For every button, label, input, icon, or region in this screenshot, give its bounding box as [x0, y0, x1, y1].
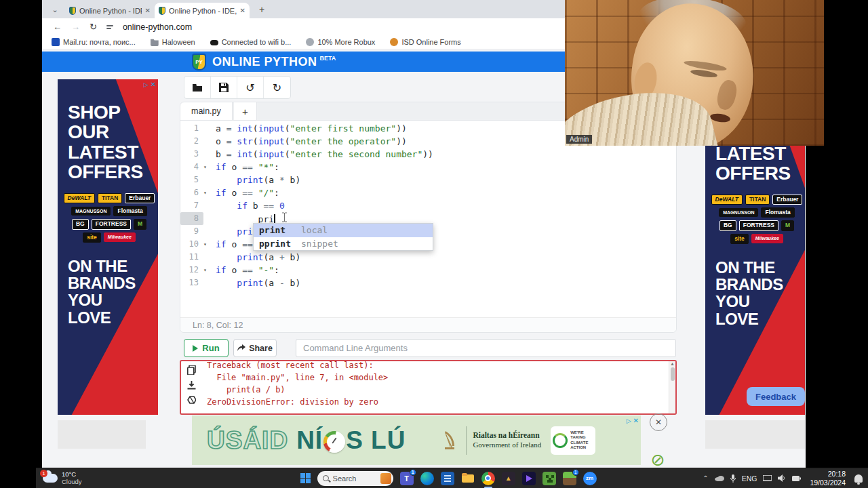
banner-report-icon[interactable]: ⊘: [649, 451, 667, 469]
clear-output-icon[interactable]: [187, 396, 196, 404]
browser-tab[interactable]: Online Python - IDE, Editor, Co✕: [155, 3, 250, 18]
new-tab-button[interactable]: +: [255, 3, 269, 16]
search-daily-icon: [380, 473, 391, 484]
taskbar-icon-edge[interactable]: [420, 472, 434, 485]
microphone-icon[interactable]: [730, 474, 736, 483]
bookmark-item[interactable]: Haloween: [151, 38, 195, 46]
save-button[interactable]: [211, 77, 237, 98]
code-text: b = int(input("enter the second number")…: [211, 148, 433, 161]
start-button[interactable]: [300, 473, 311, 483]
code-line[interactable]: 3b = int(input("enter the second number"…: [180, 148, 676, 161]
adchoices-icon[interactable]: ▷: [627, 418, 631, 424]
command-line-arguments-input[interactable]: [296, 339, 676, 357]
fold-arrow-icon[interactable]: ▾: [203, 161, 211, 174]
download-output-icon[interactable]: [187, 381, 196, 390]
tab-search-chevron-icon[interactable]: ⌄: [47, 3, 62, 16]
taskbar-search-box[interactable]: Search: [317, 471, 393, 486]
brand-logo-bg: BG: [719, 220, 736, 230]
code-area[interactable]: 1a = int(input("enter first number"))2o …: [180, 121, 676, 289]
code-line[interactable]: 5 print(a * b): [180, 174, 676, 186]
file-tab-mainpy[interactable]: main.py: [180, 102, 233, 120]
url-bar[interactable]: online-python.com: [123, 22, 192, 32]
adchoices-icon[interactable]: ▷: [144, 81, 149, 88]
console-output-text: Traceback (most recent call last): File …: [207, 360, 666, 413]
fold-gutter: [203, 174, 211, 186]
site-logo-icon[interactable]: PY: [192, 54, 206, 70]
share-button[interactable]: Share: [233, 339, 277, 357]
fold-arrow-icon[interactable]: ▾: [203, 238, 211, 251]
browser-tab[interactable]: Online Python - IDE, Editor, Co✕: [65, 3, 155, 18]
bookmark-item[interactable]: Mail.ru: почта, поис...: [52, 38, 136, 46]
taskbar-icon-teams[interactable]: T1: [400, 472, 414, 485]
cast-icon[interactable]: [763, 475, 772, 482]
bookmark-item[interactable]: ISD Online Forms: [390, 38, 460, 46]
copy-output-icon[interactable]: [187, 365, 196, 375]
autocomplete-item[interactable]: printlocal: [254, 224, 433, 237]
scroll-thumb[interactable]: [671, 367, 675, 381]
language-indicator[interactable]: ENG: [742, 474, 757, 483]
feedback-button[interactable]: Feedback: [747, 387, 805, 406]
notification-badge: 1: [40, 470, 47, 477]
redo-button[interactable]: ↻: [264, 77, 290, 98]
taskbar-icon-launcher[interactable]: 1: [563, 472, 576, 485]
ad-headline-top: SHOP OUR LATEST OFFERS: [68, 102, 146, 182]
autocomplete-item[interactable]: pprintsnippet: [254, 237, 433, 251]
code-line[interactable]: 11 print(a + b): [180, 251, 676, 264]
code-line[interactable]: 12▾if o == "-":: [180, 264, 676, 277]
code-line[interactable]: 4▾if o == "*":: [180, 161, 676, 174]
ad-brands-right: DeWALTTITANErbauerMAGNUSSONFlomastaBGFOR…: [711, 195, 803, 244]
banner-close-button[interactable]: ✕: [650, 413, 667, 431]
brand-logo-site: site: [730, 234, 749, 244]
scroll-up-icon[interactable]: ▲: [669, 361, 675, 366]
taskbar-icon-minecraft[interactable]: [542, 472, 556, 485]
taskbar-icon-game[interactable]: ▲: [502, 472, 515, 485]
bottom-ad-banner[interactable]: ▷✕ ÚSÁID NÍ S LÚ Rialtas na hÉireannGove…: [192, 415, 641, 465]
taskbar-icon-chrome-active[interactable]: [481, 472, 495, 485]
bookmark-item[interactable]: Connected to wifi b...: [210, 38, 292, 46]
taskbar-icon-mail-app[interactable]: [441, 472, 454, 485]
hidden-icons-chevron[interactable]: ⌃: [703, 474, 708, 482]
left-ad-banner[interactable]: ▷✕ SHOP OUR LATEST OFFERS DeWALTTITANErb…: [58, 79, 158, 415]
undo-button[interactable]: ↺: [237, 77, 264, 98]
tab-close-icon[interactable]: ✕: [240, 7, 245, 14]
brand-logo-m: M: [134, 219, 146, 229]
run-button[interactable]: Run: [184, 339, 229, 357]
code-text: print(a + b): [211, 251, 300, 264]
code-line[interactable]: 13 print(a - b): [180, 277, 676, 289]
site-info-icon[interactable]: [106, 25, 113, 29]
console-scrollbar[interactable]: ▲: [669, 361, 675, 413]
forward-button[interactable]: →: [71, 22, 80, 32]
site-title[interactable]: ONLINE PYTHON: [212, 55, 317, 69]
notification-bell-icon[interactable]: [854, 474, 863, 483]
brand-logo-flomasta: Flomasta: [113, 206, 146, 216]
code-line[interactable]: 6▾if o == "/":: [180, 186, 676, 199]
open-file-button[interactable]: [184, 77, 211, 98]
taskbar-clock[interactable]: 20:1819/03/2024: [810, 470, 846, 487]
brand-logo-milwaukee: Milwaukee: [751, 234, 783, 243]
tab-title: Online Python - IDE, Editor, Co: [79, 7, 142, 15]
battery-icon[interactable]: [792, 475, 801, 482]
add-file-button[interactable]: +: [234, 102, 257, 120]
speaker-icon[interactable]: [778, 474, 786, 482]
fold-arrow-icon[interactable]: ▾: [203, 186, 211, 199]
taskbar-weather-widget[interactable]: 1 10°CCloudy: [43, 471, 82, 486]
console-icon-rail: [181, 361, 201, 413]
brand-logo-erbauer: Erbauer: [125, 193, 155, 203]
onedrive-icon[interactable]: [715, 475, 724, 481]
code-line[interactable]: 7 if b == 0: [180, 199, 676, 212]
reload-button[interactable]: ↻: [90, 22, 97, 32]
line-number: 9: [180, 225, 203, 238]
taskbar-icon-media-app[interactable]: [522, 472, 536, 485]
ad-close-icon[interactable]: ✕: [151, 81, 156, 88]
fold-arrow-icon[interactable]: ▾: [203, 264, 211, 277]
bookmark-item[interactable]: 10% More Robux: [306, 38, 375, 46]
line-number: 7: [180, 199, 203, 212]
ad-brands-left: DeWALTTITANErbauerMAGNUSSONFlomastaBGFOR…: [63, 193, 155, 243]
taskbar-icon-file-explorer[interactable]: [461, 472, 475, 485]
tab-close-icon[interactable]: ✕: [145, 7, 151, 14]
taskbar-icon-zoom[interactable]: zm: [583, 472, 597, 485]
editor-toolbar: ↺ ↻: [184, 76, 291, 99]
code-text: o = str(input("enter the operator")): [211, 135, 407, 148]
back-button[interactable]: ←: [53, 22, 62, 32]
ad-close-icon[interactable]: ✕: [633, 417, 639, 424]
